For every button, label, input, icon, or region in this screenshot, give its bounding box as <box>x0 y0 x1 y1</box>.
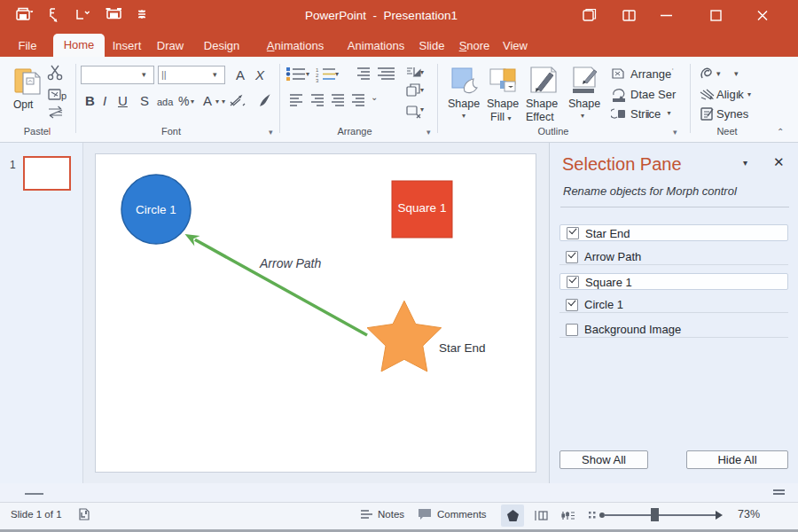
svg-text:Circle 1: Circle 1 <box>136 203 176 216</box>
svg-text:Square 1: Square 1 <box>398 201 447 215</box>
svg-text:Arrow Path: Arrow Path <box>259 256 321 270</box>
svg-text:Star End: Star End <box>439 341 486 355</box>
svg-text:3: 3 <box>316 78 319 83</box>
svg-text:p: p <box>61 90 66 101</box>
